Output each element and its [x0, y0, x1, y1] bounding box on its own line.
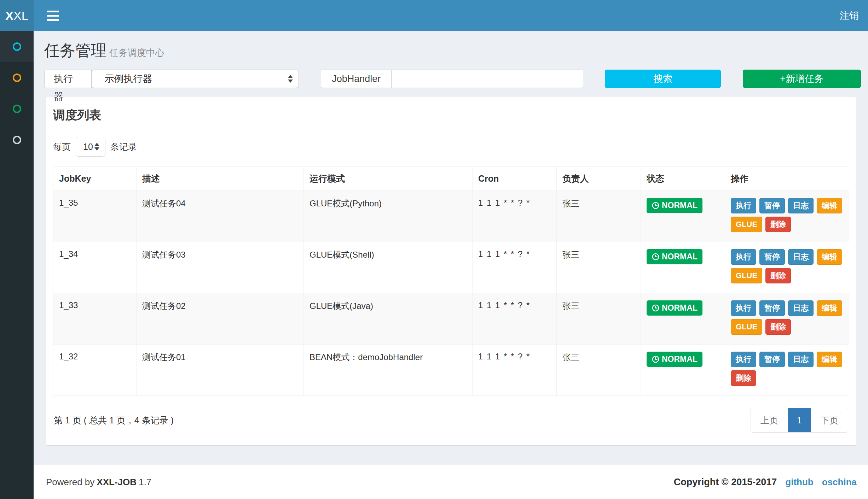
delete-button[interactable]: 删除 — [765, 217, 791, 232]
column-header-7[interactable]: 操作 — [725, 167, 849, 191]
cell-actions: 执行暂停日志编辑GLUE删除 — [725, 293, 849, 345]
page-number-button[interactable]: 1 — [788, 408, 811, 432]
edit-button[interactable]: 编辑 — [817, 300, 842, 316]
log-button[interactable]: 日志 — [788, 300, 814, 316]
cell-description: 测试任务01 — [137, 345, 304, 396]
run-button[interactable]: 执行 — [731, 352, 756, 367]
status-badge: NORMAL — [647, 300, 702, 316]
search-button[interactable]: 搜索 — [605, 70, 721, 88]
delete-button[interactable]: 删除 — [731, 370, 756, 386]
sidebar-item-1[interactable] — [0, 31, 34, 62]
prev-page-button[interactable]: 上页 — [751, 408, 788, 432]
edit-button[interactable]: 编辑 — [817, 352, 842, 367]
cell-cron: 1 1 1 * * ? * — [473, 345, 557, 396]
page-subtitle: 任务调度中心 — [109, 47, 164, 58]
action-buttons: 执行暂停日志编辑删除 — [731, 352, 843, 386]
pause-button[interactable]: 暂停 — [759, 249, 785, 265]
jobhandler-input[interactable] — [392, 70, 583, 88]
column-header-5[interactable]: 负责人 — [557, 167, 641, 191]
copyright-text: Copyright © 2015-2017 — [674, 477, 777, 488]
sidebar-toggle-icon[interactable] — [45, 7, 61, 24]
action-buttons: 执行暂停日志编辑GLUE删除 — [731, 300, 843, 335]
column-header-1[interactable]: JobKey — [53, 167, 137, 191]
schedule-list-panel: 调度列表 每页 10 条记录 JobKey描述运行模式Cron负责人状态操作 1… — [46, 97, 856, 445]
pagination-row: 第 1 页 ( 总共 1 页，4 条记录 ) 上页 1 下页 — [53, 408, 849, 433]
cell-status: NORMAL — [641, 293, 725, 345]
run-button[interactable]: 执行 — [731, 198, 756, 213]
next-page-button[interactable]: 下页 — [811, 408, 848, 432]
cell-owner: 张三 — [557, 242, 641, 293]
jobhandler-label: JobHandler — [321, 70, 392, 88]
sidebar-item-3[interactable] — [0, 93, 34, 124]
executor-filter-group: 执行器 示例执行器 — [44, 70, 299, 88]
page-size-prefix: 每页 — [53, 141, 71, 153]
executor-select[interactable]: 示例执行器 — [91, 70, 299, 88]
footer: Powered byXXL-JOB1.7 Copyright © 2015-20… — [34, 465, 868, 499]
glue-button[interactable]: GLUE — [731, 319, 762, 335]
logout-link[interactable]: 注销 — [840, 9, 859, 22]
status-badge: NORMAL — [647, 249, 702, 264]
cell-description: 测试任务03 — [137, 242, 304, 293]
pagination: 上页 1 下页 — [751, 408, 848, 433]
cell-jobkey: 1_33 — [53, 293, 137, 345]
run-button[interactable]: 执行 — [731, 300, 756, 316]
select-arrows-icon — [94, 143, 99, 151]
filter-row: 执行器 示例执行器 JobHandler 搜索 +新增任务 — [34, 63, 868, 88]
circle-icon-aqua — [13, 42, 21, 51]
add-job-button[interactable]: +新增任务 — [743, 70, 861, 88]
edit-button[interactable]: 编辑 — [817, 249, 842, 265]
powered-by-text: Powered byXXL-JOB1.7 — [46, 477, 151, 488]
brand-name: XXL-JOB — [97, 477, 137, 487]
cell-actions: 执行暂停日志编辑GLUE删除 — [725, 191, 849, 242]
status-text: NORMAL — [662, 303, 698, 313]
sidebar-item-4[interactable] — [0, 124, 34, 155]
column-header-3[interactable]: 运行模式 — [304, 167, 473, 191]
cell-run-mode: BEAN模式：demoJobHandler — [304, 345, 473, 396]
cell-jobkey: 1_34 — [53, 242, 137, 293]
top-navbar: XXL 注销 — [0, 0, 868, 31]
sidebar — [0, 31, 34, 499]
log-button[interactable]: 日志 — [788, 249, 814, 265]
column-header-2[interactable]: 描述 — [137, 167, 304, 191]
clock-icon — [652, 355, 660, 363]
circle-icon-white — [13, 136, 21, 144]
pause-button[interactable]: 暂停 — [759, 198, 785, 213]
cell-run-mode: GLUE模式(Shell) — [304, 242, 473, 293]
job-table: JobKey描述运行模式Cron负责人状态操作 1_35测试任务04GLUE模式… — [53, 166, 849, 396]
page-size-select[interactable]: 10 — [76, 137, 105, 157]
status-text: NORMAL — [662, 252, 698, 262]
status-badge: NORMAL — [647, 352, 702, 367]
cell-jobkey: 1_32 — [53, 345, 137, 396]
glue-button[interactable]: GLUE — [731, 217, 762, 232]
action-buttons: 执行暂停日志编辑GLUE删除 — [731, 249, 843, 283]
powered-prefix: Powered by — [46, 477, 94, 487]
oschina-link[interactable]: oschina — [822, 477, 857, 488]
glue-button[interactable]: GLUE — [731, 268, 762, 283]
run-button[interactable]: 执行 — [731, 249, 756, 265]
column-header-6[interactable]: 状态 — [641, 167, 725, 191]
edit-button[interactable]: 编辑 — [817, 198, 842, 213]
cell-status: NORMAL — [641, 242, 725, 293]
pause-button[interactable]: 暂停 — [759, 300, 785, 316]
cell-cron: 1 1 1 * * ? * — [473, 191, 557, 242]
cell-owner: 张三 — [557, 345, 641, 396]
sidebar-item-2[interactable] — [0, 62, 34, 93]
cell-actions: 执行暂停日志编辑GLUE删除 — [725, 242, 849, 293]
github-link[interactable]: github — [785, 477, 813, 488]
log-button[interactable]: 日志 — [788, 198, 814, 213]
clock-icon — [652, 253, 660, 261]
cell-cron: 1 1 1 * * ? * — [473, 242, 557, 293]
delete-button[interactable]: 删除 — [765, 268, 791, 283]
footer-right: Copyright © 2015-2017 github oschina — [674, 477, 857, 488]
cell-jobkey: 1_35 — [53, 191, 137, 242]
log-button[interactable]: 日志 — [788, 352, 814, 367]
table-row: 1_33测试任务02GLUE模式(Java)1 1 1 * * ? *张三NOR… — [53, 293, 849, 345]
action-buttons: 执行暂停日志编辑GLUE删除 — [731, 198, 843, 232]
pause-button[interactable]: 暂停 — [759, 352, 785, 367]
delete-button[interactable]: 删除 — [765, 319, 791, 335]
circle-icon-green — [13, 105, 21, 113]
page-size-value: 10 — [83, 142, 93, 152]
status-badge: NORMAL — [647, 198, 702, 213]
app-logo[interactable]: XXL — [0, 0, 34, 31]
column-header-4[interactable]: Cron — [473, 167, 557, 191]
